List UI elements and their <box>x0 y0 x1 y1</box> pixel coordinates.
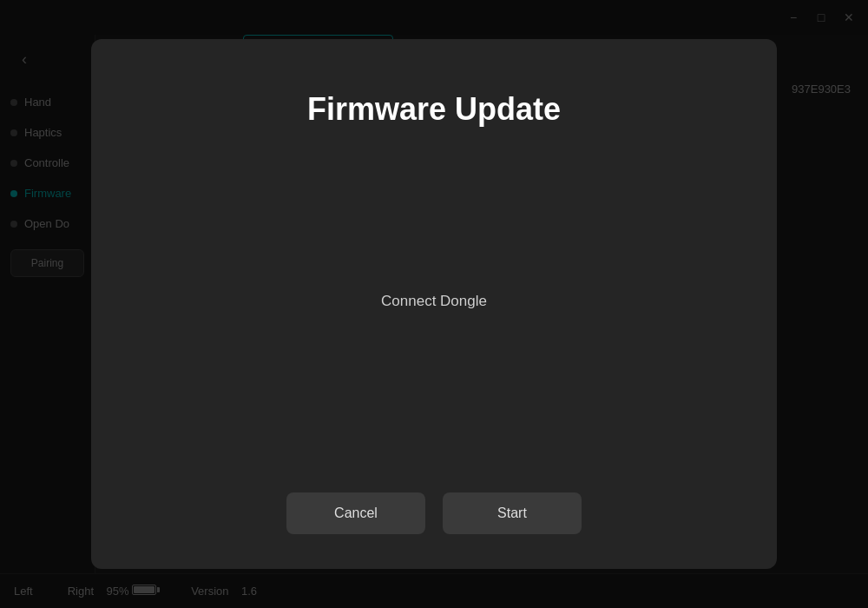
firmware-update-modal: Firmware Update Connect Dongle Cancel St… <box>91 39 777 569</box>
modal-footer: Cancel Start <box>135 475 733 534</box>
start-button[interactable]: Start <box>443 492 582 534</box>
connect-dongle-text: Connect Dongle <box>381 293 487 310</box>
cancel-button[interactable]: Cancel <box>286 492 425 534</box>
modal-body: Connect Dongle <box>135 128 733 475</box>
modal-title: Firmware Update <box>307 91 561 128</box>
modal-overlay: Firmware Update Connect Dongle Cancel St… <box>0 0 868 608</box>
